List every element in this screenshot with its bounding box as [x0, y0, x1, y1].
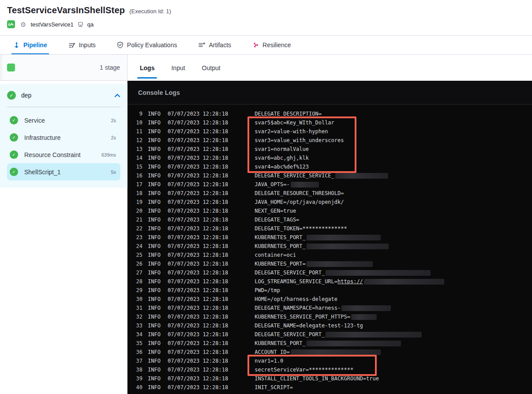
log-line-number: 9: [133, 111, 142, 117]
log-level: INFO: [148, 384, 161, 390]
step-duration: 639ms: [101, 152, 116, 158]
console-header: Console Logs: [127, 81, 532, 105]
step-group-label: dep: [21, 92, 114, 99]
log-line: 25INFO07/07/2023 12:28:18container=oci: [133, 251, 532, 259]
log-message: KUBERNETES_SERVICE_PORT_HTTPS=: [255, 314, 377, 320]
chevron-up-icon[interactable]: [114, 91, 120, 99]
console-log-area[interactable]: Console Logs 9INFO07/07/2023 12:28:18DEL…: [127, 81, 532, 394]
log-level: INFO: [148, 367, 161, 373]
step-row-resource-constraint[interactable]: ✓Resource Constraint639ms: [7, 146, 120, 163]
log-message: svar2=value-with-hyphen: [255, 128, 328, 135]
log-message: DELEGATE_DESCRIPTION=: [255, 111, 322, 117]
log-level: INFO: [148, 217, 161, 223]
stage-status-icon: [7, 64, 15, 71]
log-message: svar3=value_with_underscores: [255, 137, 344, 143]
log-text: secretServiceVar=**************: [255, 367, 353, 373]
log-line: 23INFO07/07/2023 12:28:18KUBERNETES_PORT…: [133, 233, 532, 242]
log-level: INFO: [148, 278, 161, 285]
log-message: KUBERNETES_PORT_: [255, 340, 401, 346]
module-tab-resilience[interactable]: Resilience: [251, 36, 292, 54]
log-message: svar4=abc%def%123: [255, 164, 309, 170]
log-text: DELEGATE_TAGS=: [255, 217, 299, 223]
module-tab-label: Inputs: [79, 41, 96, 49]
step-row-infrastructure[interactable]: ✓Infrastructure2s: [7, 129, 120, 146]
log-timestamp: 07/07/2023 12:28:18: [168, 305, 228, 311]
pipeline-icon: [13, 42, 20, 49]
log-text: KUBERNETES_PORT=: [255, 261, 306, 267]
module-tab-policy-evaluations[interactable]: Policy Evaluations: [116, 36, 178, 54]
log-message: DELEGATE_NAMESPACE=harness-: [255, 305, 391, 311]
log-text: svar5$abc=Key_WIth_Dollar: [255, 120, 334, 126]
log-timestamp: 07/07/2023 12:28:18: [168, 349, 228, 355]
log-tab-input[interactable]: Input: [170, 55, 186, 81]
log-text: JAVA_OPTS=-: [255, 181, 289, 188]
log-level: INFO: [148, 164, 161, 170]
log-link[interactable]: https://: [337, 278, 363, 285]
log-text: INIT_SCRIPT=: [255, 384, 293, 390]
step-label: ShellScript_1: [24, 169, 111, 176]
log-line: 28INFO07/07/2023 12:28:18LOG_STREAMING_S…: [133, 277, 532, 286]
log-line: 29INFO07/07/2023 12:28:18PWD=/tmp: [133, 286, 532, 295]
log-text: KUBERNETES_PORT_: [255, 243, 306, 249]
log-tab-output[interactable]: Output: [201, 55, 221, 81]
module-tab-inputs[interactable]: Inputs: [67, 36, 97, 54]
log-level: INFO: [148, 181, 161, 188]
module-tab-label: Policy Evaluations: [127, 41, 177, 49]
module-tab-artifacts[interactable]: Artifacts: [197, 36, 232, 54]
log-text: svar4=abc%def%123: [255, 164, 309, 170]
log-message: INIT_SCRIPT=: [255, 384, 293, 390]
log-timestamp: 07/07/2023 12:28:18: [168, 111, 228, 117]
log-message: nvar1=1.0: [255, 358, 283, 364]
log-level: INFO: [148, 111, 161, 117]
log-line-number: 21: [133, 217, 142, 223]
log-timestamp: 07/07/2023 12:28:18: [168, 199, 228, 205]
redacted-text: [326, 332, 422, 338]
log-line-number: 35: [133, 340, 142, 346]
module-tab-label: Resilience: [262, 41, 291, 49]
log-message: svar1=normalValue: [255, 146, 309, 152]
log-line: 18INFO07/07/2023 12:28:18DELEGATE_RESOUR…: [133, 189, 532, 198]
log-line: 16INFO07/07/2023 12:28:18DELEGATE_SERVIC…: [133, 171, 532, 180]
step-group-dep[interactable]: ✓ dep: [0, 84, 127, 107]
log-line: 37INFO07/07/2023 12:28:18nvar1=1.0: [133, 356, 532, 365]
log-timestamp: 07/07/2023 12:28:18: [168, 164, 228, 170]
log-line: 35INFO07/07/2023 12:28:18KUBERNETES_PORT…: [133, 339, 532, 348]
log-text: KUBERNETES_SERVICE_PORT_HTTPS=: [255, 314, 350, 320]
log-line: 22INFO07/07/2023 12:28:18DELEGATE_TOKEN=…: [133, 224, 532, 233]
log-message: DELEGATE_NAME=delegate-test-123-tg: [255, 323, 363, 329]
log-line: 40INFO07/07/2023 12:28:18INIT_SCRIPT=: [133, 383, 532, 392]
log-line: 32INFO07/07/2023 12:28:18KUBERNETES_SERV…: [133, 312, 532, 321]
log-timestamp: 07/07/2023 12:28:18: [168, 217, 228, 223]
log-level: INFO: [148, 314, 161, 320]
log-line-number: 25: [133, 252, 142, 258]
log-level: INFO: [148, 146, 161, 152]
log-timestamp: 07/07/2023 12:28:18: [168, 270, 228, 276]
log-level: INFO: [148, 305, 161, 311]
log-message: svar6=abc,ghj,klk: [255, 155, 309, 161]
log-body: 9INFO07/07/2023 12:28:18DELEGATE_DESCRIP…: [127, 105, 532, 392]
step-row-shellscript-1[interactable]: ✓ShellScript_15s: [7, 163, 120, 180]
success-check-icon: ✓: [10, 150, 18, 159]
log-line-number: 36: [133, 349, 142, 355]
module-tab-label: Pipeline: [23, 41, 47, 49]
log-level: INFO: [148, 155, 161, 161]
redacted-text: [326, 270, 431, 276]
environment-icon: [77, 21, 84, 28]
step-row-service[interactable]: ✓Service2s: [7, 112, 120, 129]
log-message: DELEGATE_SERVICE_PORT_: [255, 270, 431, 276]
log-timestamp: 07/07/2023 12:28:18: [168, 173, 228, 179]
log-message: DELEGATE_TAGS=: [255, 217, 299, 223]
log-tab-logs[interactable]: Logs: [139, 55, 155, 81]
stage-header[interactable]: 1 stage: [0, 55, 127, 81]
step-label: Service: [24, 117, 111, 124]
step-duration: 2s: [111, 135, 116, 140]
log-level: INFO: [148, 323, 161, 329]
log-line-number: 30: [133, 296, 142, 302]
log-timestamp: 07/07/2023 12:28:18: [168, 340, 228, 346]
execution-id-label: (Execution Id: 1): [129, 8, 171, 15]
log-timestamp: 07/07/2023 12:28:18: [168, 225, 228, 232]
policy-shield-icon: [117, 41, 124, 49]
log-text: svar1=normalValue: [255, 146, 309, 152]
module-tab-pipeline[interactable]: Pipeline: [12, 36, 48, 54]
log-line-number: 22: [133, 225, 142, 232]
